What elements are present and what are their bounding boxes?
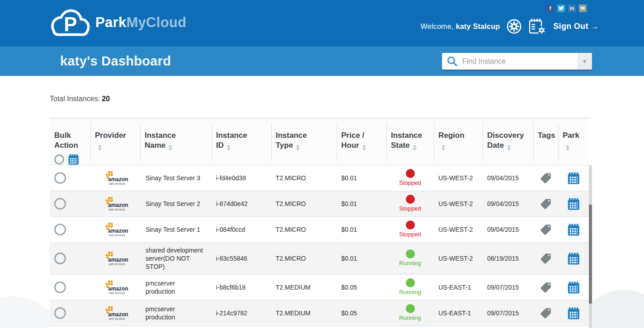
column-header-price[interactable]: Price /Hour	[337, 118, 386, 165]
cell-tags	[533, 220, 558, 239]
instance-state: Running	[386, 249, 434, 267]
cell-price: $0.05	[337, 305, 386, 321]
search-dropdown-button[interactable]: ▼	[577, 53, 592, 70]
park-schedule-button[interactable]	[568, 253, 580, 265]
park-schedule-button[interactable]	[568, 307, 580, 319]
cell-date: 09/04/2015	[483, 196, 533, 211]
facebook-icon[interactable]: f	[546, 5, 554, 12]
vertical-scrollbar-thumb[interactable]	[589, 205, 592, 304]
cell-id: i-fd4e0d38	[212, 170, 271, 186]
cell-name: Sinay Test Server 3	[140, 170, 212, 186]
tags-button[interactable]	[540, 172, 552, 184]
instance-name: Sinay Test Server 2	[146, 200, 200, 208]
cell-park	[558, 304, 589, 323]
chevron-down-icon: ▼	[582, 58, 588, 65]
tags-button[interactable]	[540, 307, 552, 319]
aws-logo: amazon web services	[100, 171, 130, 185]
tags-button[interactable]	[540, 253, 552, 265]
sort-icon[interactable]	[227, 145, 230, 150]
cell-region: US-WEST-2	[434, 222, 483, 237]
dashboard-title-bar: katy's Dashboard ▼	[0, 47, 644, 76]
sort-icon[interactable]	[98, 145, 102, 150]
cell-tags	[533, 169, 558, 188]
select-all-radio[interactable]	[54, 155, 64, 164]
cell-id: i-83c55846	[212, 251, 271, 266]
cell-state: Running	[386, 246, 434, 271]
email-icon[interactable]: ✉	[579, 5, 587, 12]
arrow-right-icon: →	[591, 22, 599, 31]
column-header-provider[interactable]: Provider	[90, 118, 140, 165]
calendar-icon	[68, 154, 79, 165]
tags-button[interactable]	[540, 224, 552, 236]
tag-icon	[540, 253, 552, 265]
cell-bulk	[50, 220, 90, 239]
svg-text:web services: web services	[108, 262, 125, 265]
instance-name: Sinay Test Server 3	[146, 174, 200, 182]
cell-bulk	[50, 194, 90, 213]
instance-name: shared development server(DO NOT STOP)	[146, 246, 204, 271]
sort-icon[interactable]	[362, 145, 366, 150]
column-header-date[interactable]: DiscoveryDate	[483, 118, 533, 165]
cell-state: Stopped	[386, 217, 434, 242]
discovery-date: 09/07/2015	[487, 283, 519, 291]
column-header-region[interactable]: Region	[434, 118, 483, 165]
row-select-radio[interactable]	[54, 253, 66, 264]
tags-button[interactable]	[540, 198, 552, 210]
calendar-icon	[568, 172, 580, 184]
state-label: Stopped	[399, 179, 421, 187]
state-label: Running	[399, 314, 421, 322]
column-header-name[interactable]: InstanceName	[140, 118, 212, 165]
park-schedule-button[interactable]	[568, 281, 580, 294]
sort-icon[interactable]	[413, 145, 417, 150]
cell-provider: amazon web services	[90, 168, 140, 189]
region: US-WEST-2	[438, 225, 473, 234]
calendar-icon	[568, 198, 580, 210]
price-per-hour: $0.05	[341, 309, 357, 317]
row-select-radio[interactable]	[54, 198, 66, 210]
column-header-park[interactable]: Park	[558, 118, 589, 165]
cell-id: i-084f0ccd	[212, 222, 271, 237]
instance-id: i-214c9782	[216, 309, 247, 317]
sort-icon[interactable]	[296, 145, 300, 150]
column-header-type[interactable]: InstanceType	[271, 118, 337, 165]
bulk-schedule-calendar-icon[interactable]	[68, 154, 79, 165]
state-label: Running	[399, 288, 421, 296]
sign-out-button[interactable]: Sign Out →	[553, 22, 599, 31]
cell-provider: amazon web services	[90, 193, 140, 215]
table-row: amazon web services Sinay Test Server 2i…	[50, 191, 589, 217]
column-header-state[interactable]: InstanceState	[386, 118, 434, 165]
calendar-settings-icon[interactable]	[528, 18, 546, 35]
sort-icon[interactable]	[442, 145, 445, 150]
instance-type: T2.MICRO	[276, 225, 306, 234]
parkmycloud-logo[interactable]: P ParkMyCloud	[48, 5, 186, 40]
park-schedule-button[interactable]	[568, 224, 580, 236]
linkedin-icon[interactable]: in	[568, 5, 576, 12]
cell-type: T2.MEDIUM	[271, 305, 337, 321]
sort-icon[interactable]	[169, 145, 172, 150]
park-schedule-button[interactable]	[568, 198, 580, 210]
svg-text:web services: web services	[108, 291, 125, 294]
cell-state: Running	[386, 300, 434, 326]
cell-state: Running	[386, 275, 434, 300]
sort-icon[interactable]	[566, 145, 569, 150]
tags-button[interactable]	[540, 281, 552, 294]
state-label: Stopped	[399, 230, 421, 239]
instance-name: pmcserver production	[146, 305, 204, 321]
search-input[interactable]	[461, 57, 577, 66]
row-select-radio[interactable]	[54, 307, 66, 319]
cell-provider: amazon web services	[90, 248, 140, 269]
row-select-radio[interactable]	[54, 281, 66, 293]
sort-icon[interactable]	[507, 145, 511, 150]
brand-name: ParkMyCloud	[95, 14, 186, 31]
park-schedule-button[interactable]	[568, 172, 580, 184]
svg-text:web services: web services	[108, 207, 125, 211]
row-select-radio[interactable]	[54, 172, 66, 184]
twitter-icon[interactable]	[557, 5, 565, 12]
cell-park	[558, 169, 589, 188]
column-header-id[interactable]: InstanceID	[212, 118, 271, 165]
settings-gear-icon[interactable]	[507, 19, 522, 34]
row-select-radio[interactable]	[54, 224, 66, 235]
instance-id: i-874d0e42	[216, 200, 248, 208]
price-per-hour: $0.01	[341, 174, 357, 182]
cell-bulk	[50, 304, 90, 323]
